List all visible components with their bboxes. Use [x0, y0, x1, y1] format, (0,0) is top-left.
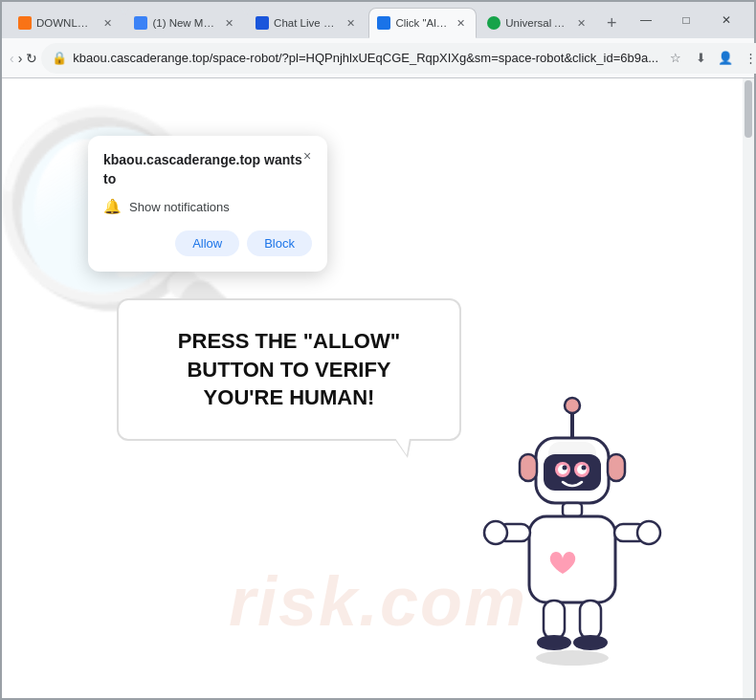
svg-rect-11: [520, 454, 537, 481]
svg-point-17: [484, 521, 507, 544]
bubble-line2: YOU'RE HUMAN!: [204, 385, 375, 409]
tab3-close[interactable]: ✕: [343, 15, 358, 31]
notif-title: kbaou.cascaderange.top wants to: [103, 151, 312, 188]
tab2-close[interactable]: ✕: [221, 15, 236, 31]
svg-rect-20: [580, 601, 601, 639]
robot-illustration: [467, 383, 678, 669]
profile-button[interactable]: 👤: [714, 47, 737, 70]
tab-chat[interactable]: Chat Live wit… ✕: [247, 8, 367, 38]
svg-point-18: [637, 521, 660, 544]
allow-button[interactable]: Allow: [175, 230, 239, 256]
notification-popup: kbaou.cascaderange.top wants to × 🔔 Show…: [88, 136, 327, 272]
maximize-button[interactable]: □: [666, 8, 706, 33]
tab5-close[interactable]: ✕: [573, 15, 589, 31]
bubble-line1: PRESS THE "ALLOW" BUTTON TO VERIFY: [178, 329, 400, 382]
minimize-button[interactable]: —: [626, 8, 666, 33]
tab5-label: Universal Ad…: [505, 17, 568, 29]
close-button[interactable]: ✕: [706, 8, 746, 33]
new-tab-button[interactable]: +: [599, 10, 624, 36]
bubble-text: PRESS THE "ALLOW" BUTTON TO VERIFY YOU'R…: [153, 327, 425, 412]
svg-point-9: [563, 466, 567, 470]
svg-rect-19: [544, 601, 565, 639]
bookmark-button[interactable]: ☆: [664, 47, 687, 70]
url-text: kbaou.cascaderange.top/space-robot/?pl=H…: [73, 51, 658, 65]
tab3-label: Chat Live wit…: [274, 17, 338, 29]
notif-permission-row: 🔔 Show notifications: [103, 190, 312, 223]
tab4-label: Click "Allow": [395, 17, 448, 29]
page-content: 🔍 risk.com PRESS THE "ALLOW" BUTTON TO V…: [2, 78, 754, 698]
menu-button[interactable]: ⋮: [739, 47, 756, 70]
tab1-label: DOWNLOAD:: [36, 17, 95, 29]
tab1-favicon: [18, 16, 32, 30]
notif-close-button[interactable]: ×: [297, 145, 318, 166]
refresh-button[interactable]: ↻: [26, 43, 37, 74]
svg-rect-13: [563, 503, 582, 516]
svg-point-1: [565, 398, 580, 413]
forward-button[interactable]: ›: [18, 43, 23, 74]
scrollbar[interactable]: [743, 78, 754, 698]
tab4-close[interactable]: ✕: [453, 15, 468, 31]
tab-download[interactable]: DOWNLOAD: ✕: [10, 8, 123, 38]
tab2-favicon: [134, 16, 147, 30]
scrollbar-thumb[interactable]: [745, 80, 752, 138]
tab-allow[interactable]: Click "Allow" ✕: [368, 8, 477, 38]
svg-point-10: [582, 466, 587, 470]
svg-rect-12: [608, 454, 625, 481]
speech-bubble: PRESS THE "ALLOW" BUTTON TO VERIFY YOU'R…: [117, 298, 461, 441]
tab3-favicon: [256, 16, 269, 30]
tab5-favicon: [487, 16, 500, 30]
svg-point-22: [573, 635, 608, 650]
tab-messages[interactable]: (1) New Mes… ✕: [125, 8, 245, 38]
address-bar[interactable]: 🔒 kbaou.cascaderange.top/space-robot/?pl…: [41, 43, 756, 74]
secure-icon: 🔒: [52, 51, 67, 65]
tab1-close[interactable]: ✕: [100, 15, 115, 31]
tab-universal-ad[interactable]: Universal Ad… ✕: [478, 8, 597, 38]
block-button[interactable]: Block: [247, 230, 312, 256]
svg-point-23: [536, 650, 609, 666]
window-controls: — □ ✕: [626, 8, 746, 33]
notif-permission-label: Show notifications: [129, 200, 230, 214]
notif-actions: Allow Block: [103, 230, 312, 256]
back-button[interactable]: ‹: [10, 43, 14, 74]
address-actions: ☆ ⬇ 👤 ⋮: [664, 47, 756, 70]
bell-icon: 🔔: [103, 198, 122, 215]
browser-window: DOWNLOAD: ✕ (1) New Mes… ✕ Chat Live wit…: [0, 0, 756, 700]
download-button[interactable]: ⬇: [689, 47, 712, 70]
tab2-label: (1) New Mes…: [152, 17, 216, 29]
tab-bar: DOWNLOAD: ✕ (1) New Mes… ✕ Chat Live wit…: [2, 2, 754, 38]
svg-point-21: [537, 635, 571, 650]
tab4-favicon: [377, 16, 390, 30]
toolbar: ‹ › ↻ 🔒 kbaou.cascaderange.top/space-rob…: [2, 38, 754, 78]
